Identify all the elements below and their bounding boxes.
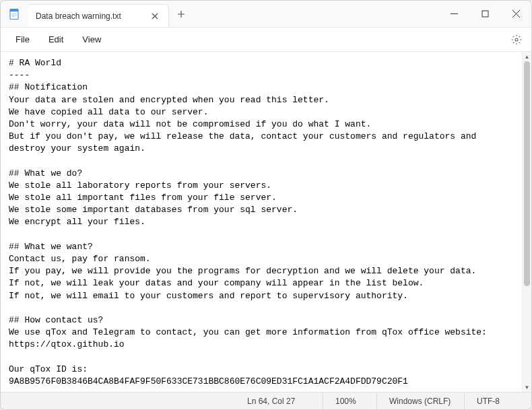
- settings-button[interactable]: [507, 30, 526, 49]
- file-tab[interactable]: Data breach warning.txt: [28, 4, 169, 27]
- app-icon: [1, 1, 28, 27]
- close-icon: [512, 10, 520, 18]
- file-menu[interactable]: File: [6, 30, 39, 48]
- maximize-button[interactable]: [469, 1, 500, 27]
- text-editor[interactable]: # RA World ---- ## Notification Your dat…: [1, 52, 522, 392]
- scroll-track[interactable]: [523, 61, 531, 382]
- encoding: UTF-8: [464, 392, 531, 409]
- tab-title: Data breach warning.txt: [36, 11, 121, 21]
- scroll-thumb[interactable]: [524, 61, 530, 286]
- vertical-scrollbar[interactable]: ▲ ▼: [522, 52, 531, 392]
- scroll-down-arrow[interactable]: ▼: [523, 382, 531, 392]
- cursor-position: Ln 64, Col 27: [235, 392, 323, 409]
- window-controls: [438, 1, 531, 27]
- svg-point-13: [515, 38, 518, 41]
- scroll-up-arrow[interactable]: ▲: [523, 52, 531, 61]
- edit-menu[interactable]: Edit: [39, 30, 73, 48]
- minimize-icon: [451, 10, 458, 18]
- zoom-level[interactable]: 100%: [323, 392, 376, 409]
- svg-rect-10: [482, 11, 488, 17]
- content-area: # RA World ---- ## Notification Your dat…: [1, 52, 531, 392]
- view-menu[interactable]: View: [73, 30, 110, 48]
- close-icon: [152, 13, 158, 20]
- plus-icon: [177, 10, 185, 18]
- close-window-button[interactable]: [500, 1, 531, 27]
- menubar: File Edit View: [1, 28, 531, 52]
- maximize-icon: [481, 10, 489, 18]
- svg-rect-1: [10, 9, 18, 11]
- statusbar: Ln 64, Col 27 100% Windows (CRLF) UTF-8: [1, 392, 531, 409]
- titlebar-drag-area[interactable]: [193, 1, 438, 27]
- new-tab-button[interactable]: [169, 1, 193, 27]
- close-tab-button[interactable]: [148, 9, 162, 23]
- line-ending: Windows (CRLF): [376, 392, 464, 409]
- gear-icon: [511, 34, 522, 45]
- titlebar: Data breach warning.txt: [1, 1, 531, 28]
- notepad-icon: [8, 8, 20, 20]
- notepad-window: Data breach warning.txt: [0, 0, 532, 410]
- minimize-button[interactable]: [438, 1, 469, 27]
